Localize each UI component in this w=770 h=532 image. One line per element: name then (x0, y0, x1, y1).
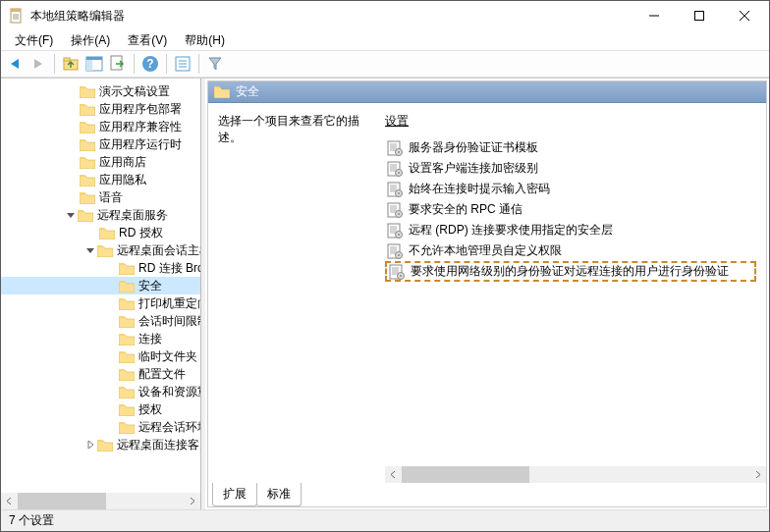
tree-item[interactable]: 会话时间限制 (1, 312, 200, 330)
policy-icon[interactable] (173, 54, 192, 74)
tree-item-label: 远程桌面会话主机 (117, 242, 201, 259)
scroll-thumb[interactable] (18, 493, 106, 509)
menu-file[interactable]: 文件(F) (7, 30, 61, 51)
tree-item-label: 配置文件 (138, 366, 186, 383)
tree-item-label: 应用程序运行时 (99, 136, 182, 153)
tree-item[interactable]: 远程桌面服务 (1, 206, 200, 224)
list-item[interactable]: 要求安全的 RPC 通信 (385, 199, 756, 220)
tree-item-label: 远程桌面连接客户端 (117, 437, 201, 453)
tree-item[interactable]: 应用隐私 (1, 171, 200, 188)
tree-item[interactable]: 演示文稿设置 (1, 82, 200, 100)
setting-icon (387, 243, 403, 259)
tree-item[interactable]: 授权 (1, 400, 200, 418)
tree-item[interactable]: 语音 (1, 188, 200, 206)
tree-item-label: 应用商店 (99, 154, 146, 171)
list-item-label: 服务器身份验证证书模板 (409, 139, 538, 156)
svg-text:?: ? (146, 57, 153, 71)
tree-item-label: 安全 (138, 278, 162, 294)
menu-help[interactable]: 帮助(H) (177, 30, 233, 51)
setting-icon (389, 264, 405, 280)
details-pane: 安全 选择一个项目来查看它的描述。 设置 服务器身份验证证书模板设置客户端连接加… (207, 80, 767, 507)
tree-item-label: 应用程序兼容性 (99, 119, 182, 135)
tree-item[interactable]: RD 授权 (1, 224, 200, 241)
back-button[interactable] (5, 54, 25, 74)
splitter[interactable] (201, 79, 205, 509)
tree-item[interactable]: 配置文件 (1, 365, 200, 383)
svg-point-41 (398, 192, 400, 194)
folder-up-icon[interactable] (61, 54, 81, 74)
tree-item-label: 设备和资源重定向 (138, 384, 201, 400)
expander-icon[interactable] (64, 208, 78, 222)
tree-item[interactable]: 远程桌面连接客户端 (1, 436, 200, 453)
scroll-right-button[interactable] (184, 493, 200, 509)
tree-item-label: 临时文件夹 (138, 348, 197, 365)
list-item[interactable]: 要求使用网络级别的身份验证对远程连接的用户进行身份验证 (385, 261, 756, 282)
menubar: 文件(F) 操作(A) 查看(V) 帮助(H) (1, 30, 769, 50)
tab-extended[interactable]: 扩展 (212, 483, 257, 506)
menu-action[interactable]: 操作(A) (63, 30, 118, 51)
tree-item[interactable]: 应用商店 (1, 153, 200, 171)
forward-button[interactable] (28, 54, 48, 74)
svg-rect-14 (111, 56, 122, 70)
tree-item[interactable]: 安全 (1, 277, 200, 294)
export-list-icon[interactable] (108, 54, 128, 74)
statusbar: 7 个设置 (1, 509, 769, 531)
folder-icon (214, 85, 230, 98)
list-column-header[interactable]: 设置 (385, 113, 756, 130)
svg-rect-1 (11, 9, 21, 12)
settings-list[interactable]: 服务器身份验证证书模板设置客户端连接加密级别始终在连接时提示输入密码要求安全的 … (385, 137, 756, 282)
tree-item[interactable]: 远程桌面会话主机 (1, 241, 200, 259)
help-icon[interactable]: ? (140, 54, 160, 74)
list-item[interactable]: 始终在连接时提示输入密码 (385, 179, 756, 199)
details-header: 安全 (208, 81, 766, 103)
tree-item-label: 应用程序包部署 (99, 101, 182, 118)
scroll-thumb[interactable] (402, 466, 529, 483)
list-item[interactable]: 远程 (RDP) 连接要求使用指定的安全层 (385, 220, 756, 240)
setting-icon (387, 223, 403, 239)
svg-rect-6 (695, 12, 704, 21)
svg-point-48 (398, 213, 400, 215)
tree-item-label: 应用隐私 (99, 172, 146, 188)
tree-item-label: 打印机重定向 (138, 295, 201, 312)
tree[interactable]: 演示文稿设置应用程序包部署应用程序兼容性应用程序运行时应用商店应用隐私语音远程桌… (1, 79, 200, 457)
tab-standard[interactable]: 标准 (256, 483, 302, 506)
setting-icon (387, 182, 403, 197)
list-item-label: 设置客户端连接加密级别 (409, 160, 538, 177)
tree-item[interactable]: 连接 (1, 330, 200, 347)
tree-item[interactable]: 打印机重定向 (1, 294, 200, 312)
details-header-label: 安全 (236, 83, 259, 100)
list-item-label: 远程 (RDP) 连接要求使用指定的安全层 (409, 222, 613, 239)
scroll-left-button[interactable] (385, 466, 402, 483)
tree-item[interactable]: 应用程序兼容性 (1, 118, 200, 135)
tree-scrollbar-horizontal[interactable] (1, 493, 200, 509)
tabs: 扩展 标准 (208, 483, 766, 506)
list-item-label: 要求安全的 RPC 通信 (409, 201, 522, 218)
svg-point-27 (398, 151, 400, 153)
app-icon (9, 8, 25, 24)
scroll-left-button[interactable] (1, 493, 18, 509)
minimize-button[interactable] (632, 1, 677, 30)
expander-icon[interactable] (83, 438, 97, 452)
list-item[interactable]: 设置客户端连接加密级别 (385, 158, 756, 179)
scroll-right-button[interactable] (749, 466, 766, 483)
tree-item[interactable]: 应用程序包部署 (1, 100, 200, 118)
svg-rect-10 (64, 58, 70, 61)
tree-item[interactable]: 应用程序运行时 (1, 135, 200, 153)
tree-item[interactable]: 临时文件夹 (1, 347, 200, 365)
list-item[interactable]: 不允许本地管理员自定义权限 (385, 240, 756, 261)
expander-icon[interactable] (83, 243, 97, 257)
close-button[interactable] (722, 1, 767, 30)
tree-item[interactable]: RD 连接 Broker (1, 259, 200, 277)
filter-icon[interactable] (205, 54, 225, 74)
svg-point-62 (398, 254, 400, 256)
tree-pane: 演示文稿设置应用程序包部署应用程序兼容性应用程序运行时应用商店应用隐私语音远程桌… (1, 79, 201, 509)
svg-rect-13 (86, 57, 102, 60)
menu-view[interactable]: 查看(V) (120, 30, 175, 51)
show-hide-tree-icon[interactable] (84, 54, 104, 74)
details-scrollbar-horizontal[interactable] (385, 466, 766, 483)
tree-item[interactable]: 设备和资源重定向 (1, 383, 200, 400)
svg-point-55 (398, 234, 400, 236)
tree-item[interactable]: 远程会话环境 (1, 418, 200, 436)
list-item[interactable]: 服务器身份验证证书模板 (385, 137, 756, 158)
maximize-button[interactable] (677, 1, 722, 30)
